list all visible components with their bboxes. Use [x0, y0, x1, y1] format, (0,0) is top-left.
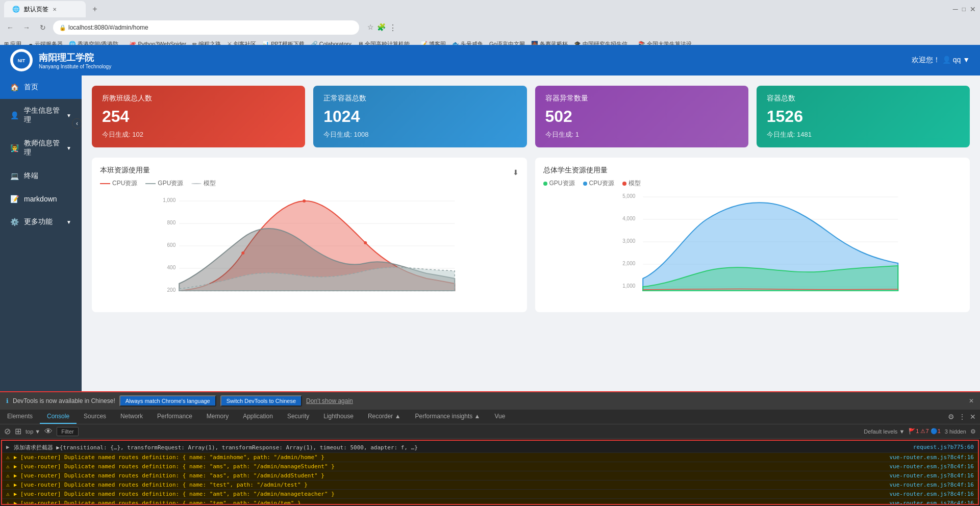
- notif-close-btn[interactable]: ✕: [969, 397, 974, 404]
- chart-left-canvas: 1,000 800 600 400 200: [100, 192, 519, 304]
- svg-point-13: [303, 199, 306, 203]
- console-line-2: ⚠ ▶ [vue-router] Duplicate named routes …: [2, 462, 978, 471]
- teacher-icon: 👨‍🏫: [10, 144, 19, 152]
- tab-console[interactable]: Console: [40, 410, 77, 424]
- download-icon[interactable]: ⬇: [513, 168, 519, 176]
- legend-model: 模型: [191, 179, 216, 188]
- console-source-2[interactable]: vue-router.esm.js?8c4f:16: [889, 463, 974, 470]
- tab-elements[interactable]: Elements: [0, 410, 40, 424]
- arrow-more: ▼: [66, 219, 71, 225]
- console-text-2: ▶ [vue-router] Duplicate named routes de…: [14, 463, 886, 470]
- devtools-dots-btn[interactable]: ⋮: [959, 413, 966, 421]
- tab-performance[interactable]: Performance: [150, 410, 199, 424]
- bookmark-btn[interactable]: ☆: [367, 23, 374, 33]
- filter-input[interactable]: Filter: [57, 427, 78, 436]
- console-line-4: ⚠ ▶ [vue-router] Duplicate named routes …: [2, 480, 978, 490]
- stat-label-0: 所教班级总人数: [102, 94, 295, 103]
- devtools-settings-btn[interactable]: ⚙: [948, 413, 954, 421]
- svg-text:NIT: NIT: [18, 58, 26, 63]
- svg-point-14: [364, 241, 367, 244]
- top-context-select[interactable]: top ▼: [26, 428, 40, 435]
- sidebar-collapse-btn[interactable]: ‹: [72, 118, 82, 129]
- tab-memory[interactable]: Memory: [199, 410, 236, 424]
- dont-show-link[interactable]: Don't show again: [306, 397, 353, 404]
- sidebar-item-home[interactable]: 🏠 首页: [0, 75, 82, 99]
- content-area: 所教班级总人数 254 今日生成: 102 正常容器总数 1024 今日生成: …: [82, 75, 980, 391]
- svg-text:4,000: 4,000: [622, 216, 635, 221]
- devtools-tabs-bar: Elements Console Sources Network Perform…: [0, 410, 980, 424]
- console-source-0[interactable]: request.js?b775:60: [913, 444, 974, 450]
- charts-area: 本班资源使用量 ⬇ CPU资源 GPU资源: [92, 158, 970, 312]
- menu-btn[interactable]: ⋮: [389, 23, 397, 33]
- tab-lighthouse[interactable]: Lighthouse: [316, 410, 361, 424]
- warn-icon-4: ⚠: [6, 482, 10, 488]
- settings-btn[interactable]: ⚙: [970, 428, 976, 435]
- svg-point-12: [241, 251, 244, 255]
- forward-btn[interactable]: →: [20, 21, 33, 34]
- legend-gpu: GPU资源: [145, 179, 183, 188]
- close-btn[interactable]: ✕: [970, 5, 976, 13]
- sidebar-item-terminal[interactable]: 💻 终端: [0, 164, 82, 188]
- new-tab-btn[interactable]: +: [88, 2, 102, 16]
- active-tab[interactable]: 🌐 默认页签 ✕: [4, 1, 86, 17]
- stat-card-containers-total: 容器总数 1526 今日生成: 1481: [757, 86, 970, 147]
- tab-vue[interactable]: Vue: [487, 410, 512, 424]
- tab-perf-insights[interactable]: Performance insights ▲: [408, 410, 488, 424]
- filter-toggle-btn[interactable]: ⊞: [15, 426, 21, 436]
- maximize-btn[interactable]: □: [962, 6, 966, 13]
- sidebar-label-teacher: 教师信息管理: [24, 139, 61, 157]
- svg-text:2,000: 2,000: [622, 261, 635, 266]
- default-levels-btn[interactable]: Default levels ▼: [864, 428, 904, 435]
- devtools-close-btn[interactable]: ✕: [970, 413, 976, 421]
- sidebar-label-home: 首页: [24, 83, 38, 92]
- logo-en: Nanyang Institute of Technology: [39, 64, 111, 69]
- stat-cards: 所教班级总人数 254 今日生成: 102 正常容器总数 1024 今日生成: …: [92, 86, 970, 147]
- warn-icon-3: ⚠: [6, 472, 10, 479]
- switch-devtools-btn[interactable]: Switch DevTools to Chinese: [220, 395, 302, 407]
- stat-card-containers-normal: 正常容器总数 1024 今日生成: 1008: [313, 86, 526, 147]
- console-source-6[interactable]: vue-router.esm.js?8c4f:16: [889, 500, 974, 505]
- browser-chrome: 🌐 默认页签 ✕ + ─ □ ✕ ← → ↻ 🔒 localhost:8080/…: [0, 0, 980, 45]
- console-text-0: 添加请求拦截器 ▶{transitional: {…}, transformRe…: [14, 444, 909, 451]
- sidebar-item-teacher[interactable]: 👨‍🏫 教师信息管理 ▼: [0, 132, 82, 164]
- logo-area: NIT 南阳理工学院 Nanyang Institute of Technolo…: [10, 49, 111, 71]
- console-source-4[interactable]: vue-router.esm.js?8c4f:16: [889, 482, 974, 488]
- refresh-btn[interactable]: ↻: [37, 21, 49, 34]
- console-line-3: ⚠ ▶ [vue-router] Duplicate named routes …: [2, 471, 978, 480]
- console-text-4: ▶ [vue-router] Duplicate named routes de…: [14, 482, 886, 488]
- extensions-btn[interactable]: 🧩: [377, 23, 386, 33]
- back-btn[interactable]: ←: [4, 21, 16, 34]
- always-match-btn[interactable]: Always match Chrome's language: [119, 395, 216, 407]
- logo-icon: NIT: [10, 49, 33, 71]
- tab-recorder[interactable]: Recorder ▲: [361, 410, 408, 424]
- tab-network[interactable]: Network: [113, 410, 150, 424]
- sidebar-label-terminal: 终端: [24, 171, 38, 181]
- notif-text: DevTools is now available in Chinese!: [13, 397, 115, 404]
- chart-all-resources: 总体学生资源使用量 GPU资源 CPU资源 模型: [535, 158, 970, 312]
- tab-sources[interactable]: Sources: [77, 410, 113, 424]
- url-input[interactable]: 🔒 localhost:8080/#/admin/home: [53, 20, 359, 35]
- warn-icon-5: ⚠: [6, 491, 10, 497]
- console-source-5[interactable]: vue-router.esm.js?8c4f:16: [889, 491, 974, 497]
- console-line-6: ⚠ ▶ [vue-router] Duplicate named routes …: [2, 499, 978, 505]
- eye-btn[interactable]: 👁: [44, 427, 53, 436]
- tab-application[interactable]: Application: [236, 410, 280, 424]
- console-source-3[interactable]: vue-router.esm.js?8c4f:16: [889, 472, 974, 479]
- svg-text:3,000: 3,000: [622, 238, 635, 244]
- stat-value-0: 254: [102, 107, 295, 126]
- tab-close-btn[interactable]: ✕: [53, 7, 57, 12]
- stat-sub-3: 今日生成: 1481: [767, 130, 960, 139]
- home-icon: 🏠: [10, 83, 19, 91]
- clear-console-btn[interactable]: ⊘: [4, 426, 11, 436]
- warn-icon-6: ⚠: [6, 500, 10, 505]
- issue-badge: 🚩1 ⚠7 🔵1: [909, 428, 940, 435]
- sidebar-item-more[interactable]: ⚙️ 更多功能 ▼: [0, 210, 82, 234]
- tab-security[interactable]: Security: [280, 410, 316, 424]
- sidebar-item-markdown[interactable]: 📝 markdown: [0, 188, 82, 210]
- sidebar-item-student[interactable]: 👤 学生信息管理 ▼: [0, 99, 82, 132]
- address-bar: ← → ↻ 🔒 localhost:8080/#/admin/home ☆ 🧩 …: [0, 18, 980, 37]
- console-source-1[interactable]: vue-router.esm.js?8c4f:16: [889, 454, 974, 461]
- sidebar-label-markdown: markdown: [24, 195, 57, 203]
- legend-model-r: 模型: [622, 179, 641, 188]
- minimize-btn[interactable]: ─: [953, 5, 958, 13]
